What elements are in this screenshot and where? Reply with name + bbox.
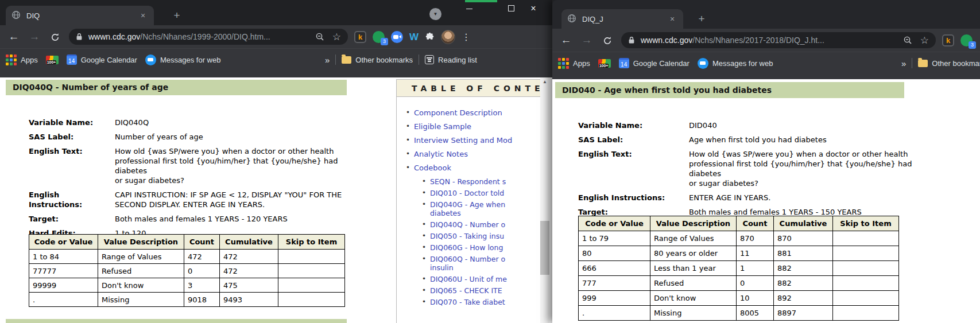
extension-green-icon[interactable]: 3: [373, 31, 385, 43]
extension-k-icon[interactable]: k: [942, 34, 954, 46]
page-scrollbar[interactable]: ▲: [540, 77, 549, 323]
bookmark-messages[interactable]: Messages for web: [145, 53, 221, 66]
lock-icon[interactable]: [76, 33, 83, 41]
toc-link[interactable]: Codebook: [414, 164, 451, 173]
table-row: 99999Don't know3475: [29, 278, 345, 293]
col-header: Skip to Item: [833, 216, 899, 231]
tab-diq[interactable]: DIQ ×: [6, 6, 154, 25]
tab-search-button[interactable]: ▼: [429, 8, 441, 20]
bookmark-apps[interactable]: Apps: [558, 57, 590, 69]
col-header: Value Description: [650, 216, 737, 231]
bullet-icon: •: [422, 189, 430, 197]
gmail-icon: 100+: [46, 56, 59, 64]
tab-close-icon[interactable]: ×: [667, 14, 677, 24]
lock-icon[interactable]: [628, 36, 635, 44]
reading-list-button[interactable]: Reading list: [425, 53, 477, 66]
minimize-button[interactable]: [462, 2, 477, 15]
url-domain: wwwn.cdc.gov: [88, 32, 140, 41]
zoom-out-icon[interactable]: [903, 36, 912, 45]
toc-link[interactable]: DIQ060G - How long: [430, 243, 503, 252]
variable-section-header: DIQ040Q - Number of years of age: [6, 80, 347, 95]
extensions-puzzle-icon[interactable]: [425, 32, 435, 42]
folder-icon: [918, 60, 928, 67]
tab-title: DIQ_J: [582, 15, 667, 24]
bookmark-apps[interactable]: Apps: [6, 53, 38, 66]
toc-link[interactable]: DIQ065 - CHECK ITE: [430, 286, 502, 295]
other-bookmarks-folder[interactable]: Other bookmarks: [342, 53, 413, 66]
toc-link[interactable]: DIQ070 - Take diabet: [430, 298, 505, 306]
col-header: Code or Value: [579, 216, 650, 231]
globe-favicon-icon: [11, 10, 21, 21]
window-close-button[interactable]: ×: [526, 2, 541, 15]
toc-link[interactable]: DIQ060U - Unit of me: [430, 275, 507, 283]
bullet-icon: •: [406, 150, 414, 159]
toc-link[interactable]: DIQ040Q - Number o: [430, 220, 505, 229]
back-button[interactable]: ←: [556, 29, 576, 52]
extension-k-icon[interactable]: k: [354, 31, 366, 43]
next-section-header-peek: [6, 319, 347, 323]
browser-menu-icon[interactable]: ⋮: [461, 32, 471, 42]
messages-icon: [145, 55, 156, 65]
toc-subitem: •DIQ060Q - Number o insulin: [422, 255, 540, 272]
address-bar[interactable]: wwwn.cdc.gov/Nchs/Nhanes/2017-2018/DIQ_J…: [621, 32, 936, 48]
bookmark-gmail[interactable]: 100+: [46, 53, 59, 66]
field-label: SAS Label:: [578, 135, 689, 145]
toc-link[interactable]: Interview Setting and Mod: [414, 136, 512, 145]
maximize-button[interactable]: [503, 2, 518, 15]
bullet-icon: •: [422, 200, 430, 217]
toc-link[interactable]: SEQN - Respondent s: [430, 177, 506, 186]
bookmark-gmail[interactable]: 100+: [598, 57, 611, 69]
tab-close-icon[interactable]: ×: [138, 11, 148, 20]
webpage-right: DID040 - Age when first told you had dia…: [552, 79, 980, 323]
extension-badge: 3: [969, 41, 976, 49]
field-label: Variable Name:: [29, 118, 115, 127]
new-tab-button[interactable]: +: [695, 13, 708, 25]
toc-subitem: •DIQ050 - Taking insu: [422, 232, 540, 240]
address-bar[interactable]: wwwn.cdc.gov/Nchs/Nhanes/1999-2000/DIQ.h…: [69, 29, 348, 45]
bookmark-star-icon[interactable]: ☆: [332, 31, 341, 43]
gmail-icon: 100+: [598, 59, 611, 68]
toc-subitem: •DIQ070 - Take diabet: [422, 298, 540, 306]
extension-green-icon[interactable]: 3: [960, 34, 973, 46]
scroll-up-icon[interactable]: ▲: [540, 77, 549, 86]
forward-button[interactable]: →: [24, 25, 45, 48]
other-bookmarks-folder[interactable]: Other bookmarks: [918, 57, 980, 69]
toc-link[interactable]: DIQ060Q - Number o insulin: [430, 255, 505, 272]
toc-link[interactable]: DIQ050 - Taking insu: [430, 232, 504, 240]
reload-button[interactable]: [597, 29, 618, 52]
field-label: Variable Name:: [578, 120, 689, 130]
col-header: Value Description: [98, 235, 184, 250]
extension-w-icon[interactable]: W: [409, 31, 419, 43]
toc-link[interactable]: DIQ040G - Age when diabetes: [430, 200, 505, 217]
table-row: 666Less than 1 year1882: [579, 261, 899, 276]
toc-subitem: •DIQ010 - Doctor told: [422, 189, 540, 197]
field-value: CAPI INSTRUCTION: IF SP AGE < 12, DISPLA…: [115, 190, 342, 209]
field-label: English Instructions:: [578, 193, 689, 203]
tab-diq-j[interactable]: DIQ_J ×: [561, 9, 683, 29]
profile-avatar[interactable]: [441, 30, 455, 44]
forward-button[interactable]: →: [576, 29, 597, 52]
back-button[interactable]: ←: [3, 25, 24, 48]
toc-subitem: •DIQ040G - Age when diabetes: [422, 200, 540, 217]
field-label: English Text:: [29, 146, 115, 185]
toc-subitem: •DIQ065 - CHECK ITE: [422, 286, 540, 295]
toc-link[interactable]: Component Description: [414, 108, 502, 118]
toc-link[interactable]: DIQ010 - Doctor told: [430, 189, 504, 197]
divider: [419, 55, 419, 65]
bookmarks-overflow-icon[interactable]: »: [901, 59, 906, 68]
field-label: SAS Label:: [29, 132, 115, 142]
new-tab-button[interactable]: +: [170, 9, 184, 22]
toc-link[interactable]: Analytic Notes: [414, 150, 468, 159]
scrollbar-thumb[interactable]: [540, 221, 549, 275]
video-meeting-icon[interactable]: [391, 31, 403, 43]
toc-item: •Codebook: [406, 164, 540, 173]
bookmark-google-calendar[interactable]: 14 Google Calendar: [67, 53, 137, 66]
field-value: Number of years of age: [115, 132, 203, 142]
bookmarks-overflow-icon[interactable]: »: [325, 55, 330, 65]
zoom-out-icon[interactable]: [315, 32, 324, 41]
bookmark-star-icon[interactable]: ☆: [920, 34, 929, 46]
reload-button[interactable]: [45, 25, 65, 48]
toc-link[interactable]: Eligible Sample: [414, 122, 471, 131]
bookmark-messages[interactable]: Messages for web: [698, 57, 773, 69]
bookmark-google-calendar[interactable]: 14 Google Calendar: [619, 57, 690, 69]
